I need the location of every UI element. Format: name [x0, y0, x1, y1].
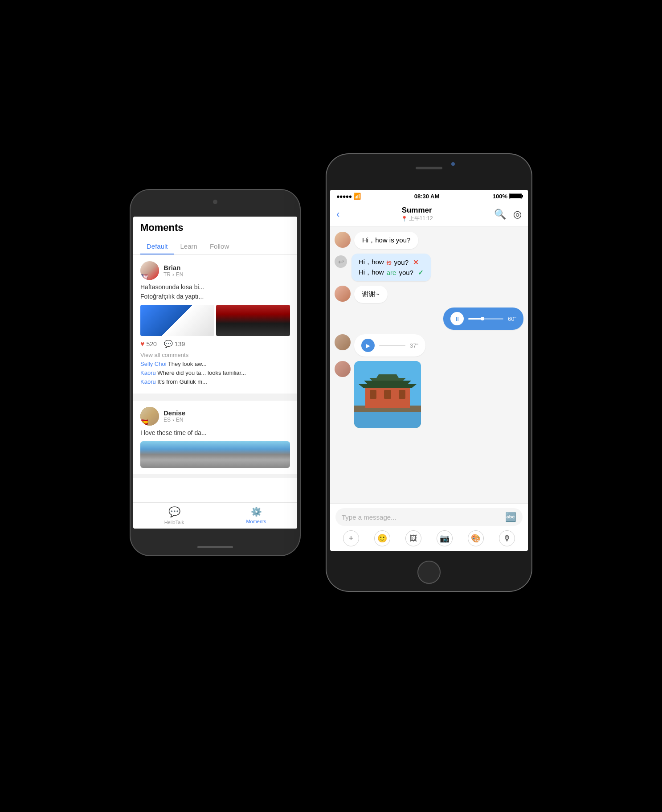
audio-player-left[interactable]: ▶ 37" — [354, 334, 425, 357]
record-icon[interactable]: ◎ — [513, 209, 522, 220]
check-mark: ✓ — [418, 269, 424, 277]
chat-screen: ●●●●● 📶 08:30 AM 100% ‹ Summer — [330, 190, 528, 551]
tab-follow[interactable]: Follow — [204, 239, 235, 254]
image-button[interactable]: 🖼 — [405, 530, 421, 546]
home-button[interactable] — [417, 561, 441, 584]
chat-messages: Hi，how is you? Hi，how is you? ✕ — [330, 226, 528, 503]
chat-subtitle: 📍 上午11:12 — [401, 215, 433, 222]
svg-rect-5 — [370, 390, 376, 399]
feed-item-brian: 🇺🇸 Brian TR › EN — [133, 255, 297, 397]
moments-tabs: Default Learn Follow — [140, 239, 290, 254]
translate-icon[interactable]: 🔤 — [505, 512, 516, 522]
correct-word: are — [387, 269, 396, 276]
comment-kaoru-2: Kaoru It's from Güllük m... — [140, 378, 290, 386]
battery-fill — [510, 194, 521, 198]
chat-header: ‹ Summer 📍 上午11:12 🔍 ◎ — [330, 202, 528, 226]
lang-arrow: › — [172, 272, 174, 277]
view-all-comments[interactable]: View all comments — [140, 352, 290, 358]
phone-front: ●●●●● 📶 08:30 AM 100% ‹ Summer — [327, 154, 531, 591]
feed-likes[interactable]: ♥ 520 — [140, 340, 157, 348]
svg-rect-6 — [384, 390, 391, 399]
svg-rect-1 — [354, 410, 421, 428]
feed-user-info-brian: Brian TR › EN — [163, 264, 183, 278]
status-right: 100% — [493, 193, 522, 200]
svg-rect-7 — [399, 390, 405, 399]
feed-photo-1 — [140, 305, 214, 336]
location-pin-icon: 📍 — [401, 216, 408, 222]
svg-marker-11 — [376, 374, 399, 378]
correction-arrow-icon: ↩ — [335, 255, 347, 268]
msg-row-3: 谢谢~ — [335, 286, 523, 303]
front-speaker — [416, 167, 442, 169]
feed-images-brian — [140, 305, 290, 336]
svg-marker-9 — [364, 381, 411, 384]
lang-arrow-denise: › — [172, 417, 174, 422]
moments-header: Moments Default Learn Follow — [133, 217, 297, 255]
search-icon[interactable]: 🔍 — [494, 209, 506, 220]
battery-icon — [509, 193, 522, 199]
avatar-denise: 🇪🇸 — [140, 407, 159, 426]
x-mark: ✕ — [413, 258, 419, 267]
pause-button[interactable]: ⏸ — [450, 312, 464, 325]
feed-text-denise: I love these time of da... — [140, 428, 290, 438]
chat-contact-name: Summer — [401, 206, 433, 215]
comment-icon: 💬 — [164, 340, 173, 348]
feed-item-denise: 🇪🇸 Denise ES › EN — [133, 397, 297, 478]
moments-screen: Moments Default Learn Follow — [133, 217, 297, 529]
chat-input-row: Type a message... 🔤 — [335, 508, 523, 526]
feed-user-info-denise: Denise ES › EN — [163, 409, 185, 423]
back-camera — [213, 200, 217, 204]
wifi-icon: 📶 — [353, 193, 361, 200]
hellotalk-icon: 💬 — [168, 506, 180, 518]
nav-moments[interactable]: ⚙️ Moments — [215, 506, 297, 525]
palette-button[interactable]: 🎨 — [468, 530, 484, 546]
avatar-summer-1 — [335, 232, 351, 248]
play-button[interactable]: ▶ — [361, 339, 375, 352]
bubble-hi-1: Hi，how is you? — [354, 232, 418, 249]
camera-button[interactable]: 📷 — [437, 530, 453, 546]
back-button[interactable]: ‹ — [336, 209, 339, 220]
tab-default[interactable]: Default — [140, 239, 174, 254]
avatar-brian: 🇺🇸 — [140, 261, 159, 280]
nav-hellotalk[interactable]: 💬 HelloTalk — [133, 506, 215, 525]
tab-learn[interactable]: Learn — [174, 239, 204, 254]
moments-nav: 💬 HelloTalk ⚙️ Moments — [133, 502, 297, 529]
nav-hellotalk-label: HelloTalk — [164, 520, 184, 525]
battery-percent: 100% — [493, 193, 507, 200]
message-input[interactable]: Type a message... — [342, 513, 502, 521]
flag-usa: 🇺🇸 — [140, 274, 148, 280]
chat-toolbar: + 🙂 🖼 📷 🎨 🎙 — [335, 530, 523, 546]
feed-comments-count[interactable]: 💬 139 — [164, 340, 185, 348]
likes-count: 520 — [147, 340, 157, 348]
audio-bar-gray — [379, 345, 405, 346]
chat-input-area: Type a message... 🔤 + 🙂 🖼 📷 🎨 🎙 — [330, 503, 528, 551]
heart-icon: ♥ — [140, 340, 145, 348]
msg-row-5: ▶ 37" — [335, 334, 523, 357]
feed-user-row-denise: 🇪🇸 Denise ES › EN — [140, 407, 290, 426]
audio-player-right[interactable]: ⏸ 60" — [443, 308, 523, 330]
feed-comments-brian: View all comments Selly Choi They look a… — [140, 352, 290, 386]
feed-text-brian: Haftasonunda kısa bi... Fotoğrafçılık da… — [140, 283, 290, 301]
moments-icon: ⚙️ — [251, 506, 262, 517]
avatar-summer-3 — [335, 334, 351, 350]
mic-button[interactable]: 🎙 — [499, 530, 515, 546]
building-svg — [354, 361, 421, 428]
chat-header-center: Summer 📍 上午11:12 — [401, 206, 433, 222]
audio-progress-bar — [468, 318, 503, 320]
avatar-summer-2 — [335, 286, 351, 302]
add-button[interactable]: + — [343, 530, 359, 546]
photo-message[interactable] — [354, 361, 421, 428]
correction-wrong: Hi，how is you? ✕ — [359, 258, 424, 267]
feed-user-row-brian: 🇺🇸 Brian TR › EN — [140, 261, 290, 280]
nav-moments-label: Moments — [246, 519, 266, 524]
comment-selly: Selly Choi They look aw... — [140, 360, 290, 368]
comments-count: 139 — [175, 340, 185, 348]
flag-spain: 🇪🇸 — [140, 418, 148, 426]
back-home-bar — [197, 546, 233, 548]
emoji-button[interactable]: 🙂 — [374, 530, 390, 546]
audio-duration-left: 37" — [410, 342, 418, 349]
svg-marker-10 — [369, 378, 406, 381]
feed-lang-brian: TR › EN — [163, 271, 183, 278]
feed-username-brian: Brian — [163, 264, 183, 271]
phones-wrapper: Moments Default Learn Follow — [131, 154, 531, 644]
